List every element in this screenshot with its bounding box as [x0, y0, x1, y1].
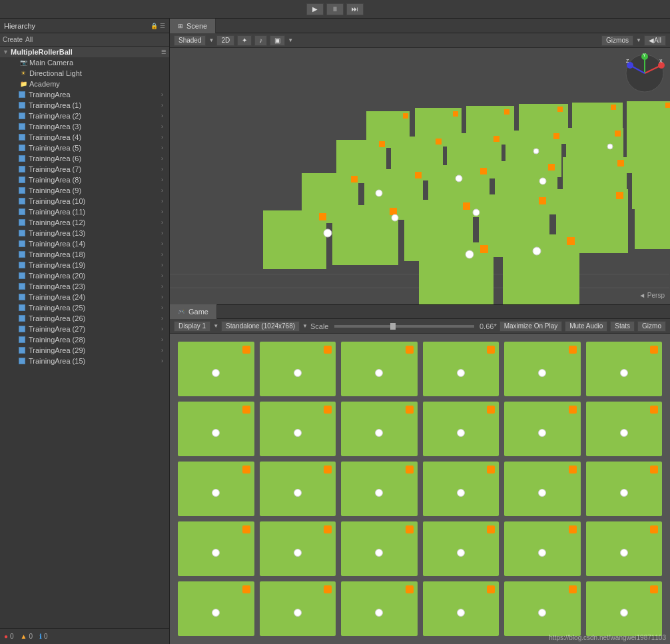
hierarchy-item[interactable]: 📷 Main Camera — [0, 57, 169, 68]
svg-point-61 — [456, 175, 462, 182]
game-icon: 🎮 — [178, 308, 185, 315]
mute-btn[interactable]: Mute Audio — [565, 321, 607, 332]
game-panel: 🎮 Game Display 1 ▼ Standalone (1024x768)… — [170, 304, 670, 644]
scene-tab[interactable]: ⊞ Scene — [170, 19, 216, 33]
svg-rect-37 — [617, 160, 624, 166]
hierarchy-item[interactable]: TrainingArea (14) › — [0, 238, 169, 249]
game-cell — [504, 521, 581, 576]
scene-view[interactable]: X Y Z ◄ Persp — [170, 48, 670, 304]
hierarchy-item[interactable]: TrainingArea (25) › — [0, 302, 169, 313]
cube-icon — [19, 208, 25, 215]
gizmos-btn[interactable]: Gizmos — [601, 35, 633, 46]
expand-arrow: › — [161, 102, 169, 109]
hierarchy-item[interactable]: TrainingArea (4) › — [0, 132, 169, 143]
svg-rect-46 — [463, 202, 470, 210]
step-button[interactable]: ⏭ — [346, 3, 364, 15]
audio-icon-btn[interactable]: ♪ — [254, 35, 267, 46]
orange-target — [324, 346, 332, 354]
svg-rect-22 — [436, 139, 442, 145]
hierarchy-content[interactable]: ▼ MultipleRollerBall ☰ 📷 Main Camera ☀ D… — [0, 47, 169, 628]
resolution-selector[interactable]: Standalone (1024x768) — [221, 321, 300, 332]
scale-label: Scale — [310, 322, 329, 330]
scale-slider[interactable] — [334, 325, 474, 328]
item-label: TrainingArea (12) — [29, 218, 161, 226]
all-label[interactable]: ◀All — [644, 35, 666, 46]
orientation-gizmo[interactable]: X Y Z — [625, 53, 665, 93]
menu-icon[interactable]: ☰ — [160, 23, 165, 29]
gizmos-dropdown: ▼ — [636, 37, 641, 43]
game-view[interactable]: https://blog.csdn.net/wangwei19871103 — [170, 334, 670, 644]
svg-rect-25 — [615, 131, 621, 137]
aspect-icon-btn[interactable]: ▣ — [270, 35, 285, 46]
hierarchy-item[interactable]: TrainingArea (5) › — [0, 143, 169, 153]
hierarchy-item[interactable]: TrainingArea (26) › — [0, 313, 169, 324]
cube-icon — [19, 198, 25, 204]
svg-text:Y: Y — [643, 53, 646, 57]
hierarchy-item[interactable]: TrainingArea (3) › — [0, 121, 169, 132]
svg-point-55 — [466, 250, 474, 258]
game-cell — [178, 581, 254, 636]
all-label[interactable]: All — [25, 36, 33, 43]
orange-target — [650, 585, 658, 593]
expand-arrow: › — [161, 240, 169, 247]
hierarchy-item[interactable]: TrainingArea (20) › — [0, 270, 169, 281]
cube-icon — [19, 145, 25, 151]
sun-icon-btn[interactable]: ✦ — [237, 35, 252, 46]
hierarchy-tab[interactable]: Hierarchy 🔒 ☰ — [0, 19, 169, 33]
game-gizmos-btn[interactable]: Gizmo — [637, 321, 666, 332]
root-label: MultipleRollerBall — [11, 48, 161, 56]
hierarchy-item[interactable]: TrainingArea (13) › — [0, 228, 169, 238]
stats-btn[interactable]: Stats — [610, 321, 635, 332]
display-selector[interactable]: Display 1 — [174, 321, 210, 332]
hierarchy-root[interactable]: ▼ MultipleRollerBall ☰ — [0, 47, 169, 57]
expand-arrow: › — [161, 123, 169, 130]
expand-arrow: › — [161, 134, 169, 141]
expand-arrow: › — [161, 208, 169, 215]
hierarchy-item[interactable]: TrainingArea (23) › — [0, 281, 169, 292]
hierarchy-item[interactable]: TrainingArea (28) › — [0, 334, 169, 345]
orange-target — [242, 585, 250, 593]
game-cell — [341, 462, 418, 516]
hierarchy-item[interactable]: TrainingArea (19) › — [0, 260, 169, 270]
hierarchy-item[interactable]: TrainingArea (27) › — [0, 324, 169, 334]
scale-value: 0.66* — [480, 322, 497, 330]
mode-2d[interactable]: 2D — [216, 35, 234, 46]
cube-icon — [19, 134, 25, 141]
scale-slider-thumb[interactable] — [390, 323, 396, 330]
hierarchy-item[interactable]: TrainingArea (8) › — [0, 174, 169, 185]
game-cell — [178, 402, 254, 456]
item-label: TrainingArea (18) — [29, 250, 161, 258]
hierarchy-item[interactable]: TrainingArea (24) › — [0, 292, 169, 302]
hierarchy-item[interactable]: ☀ Directional Light — [0, 68, 169, 79]
hierarchy-item[interactable]: TrainingArea (15) › — [0, 356, 169, 366]
play-button[interactable]: ▶ — [306, 3, 324, 15]
orange-target — [242, 346, 250, 354]
hierarchy-item[interactable]: 📁 Academy — [0, 79, 169, 89]
top-toolbar: ▶ ⏸ ⏭ — [0, 0, 670, 19]
ball-agent — [457, 489, 465, 497]
hierarchy-item[interactable]: TrainingArea (29) › — [0, 345, 169, 356]
orange-target — [324, 406, 332, 414]
item-label: TrainingArea (2) — [29, 112, 161, 120]
hierarchy-item[interactable]: TrainingArea › — [0, 89, 169, 100]
svg-point-58 — [473, 209, 480, 216]
hierarchy-item[interactable]: TrainingArea (9) › — [0, 185, 169, 196]
game-tab[interactable]: 🎮 Game — [170, 304, 217, 319]
hierarchy-item[interactable]: TrainingArea (10) › — [0, 196, 169, 206]
hierarchy-item[interactable]: TrainingArea (11) › — [0, 206, 169, 217]
maximize-btn[interactable]: Maximize On Play — [500, 321, 563, 332]
game-cell — [504, 462, 581, 516]
hierarchy-item[interactable]: TrainingArea (6) › — [0, 153, 169, 164]
game-tab-label: Game — [188, 308, 208, 316]
hierarchy-item[interactable]: TrainingArea (12) › — [0, 217, 169, 228]
shading-mode[interactable]: Shaded — [174, 35, 206, 46]
game-cell — [586, 342, 663, 396]
expand-arrow: › — [161, 347, 169, 354]
create-label[interactable]: Create — [3, 36, 23, 43]
hierarchy-item[interactable]: TrainingArea (1) › — [0, 100, 169, 111]
hierarchy-item[interactable]: TrainingArea (18) › — [0, 249, 169, 260]
hierarchy-item[interactable]: TrainingArea (2) › — [0, 111, 169, 121]
hierarchy-item[interactable]: TrainingArea (7) › — [0, 164, 169, 174]
hierarchy-toolbar: Create All — [0, 33, 169, 47]
pause-button[interactable]: ⏸ — [326, 3, 344, 15]
